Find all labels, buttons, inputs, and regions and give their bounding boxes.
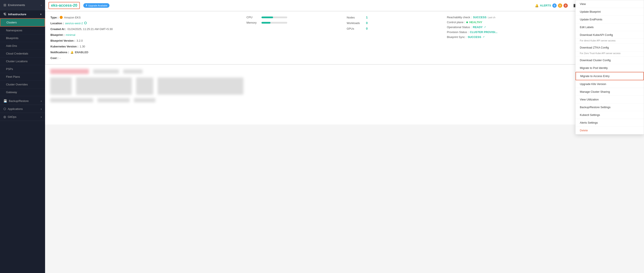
menu-item-migrate-access[interactable]: Migrate to Access Entry (576, 72, 644, 80)
memory-bar-fill (262, 22, 270, 24)
menu-item-view-utilization[interactable]: View Utilization (576, 96, 644, 104)
menu-item-delete[interactable]: Delete (576, 127, 644, 134)
infrastructure-label: Infrastructure (8, 13, 26, 16)
type-value: Amazon EKS (64, 16, 80, 19)
bp-sync-label: Blueprint Sync : (447, 36, 466, 39)
menu-item-kubectl-settings[interactable]: Kubectl Settings (576, 111, 644, 119)
created-row: Created At : 01/24/2025, 11:25:21 AM GMT… (50, 27, 242, 31)
sidebar-item-addons[interactable]: Add-Ons (0, 42, 45, 50)
context-menu: View Update Blueprint Update EndPoints E… (575, 0, 644, 134)
menu-item-download-kubeapi-sub: For direct Kube API server access (576, 39, 644, 44)
sidebar-section-backup[interactable]: Backup/Restore › (0, 97, 45, 105)
location-label: Location : (50, 22, 64, 25)
backup-chevron: › (41, 99, 42, 102)
sidebar-item-environments[interactable]: Environments › (0, 0, 45, 10)
sidebar-item-cluster-overrides[interactable]: Cluster Overrides (0, 81, 45, 88)
cost-value: - (60, 56, 60, 60)
notifications-row: Notifications : ENABLED (50, 50, 242, 54)
k8s-version-label: Kubernetes Version : (50, 45, 78, 48)
type-row: Type : Amazon EKS (50, 15, 242, 20)
location-row: Location : aws/us-west-2 (50, 21, 242, 26)
menu-item-view[interactable]: View (576, 0, 644, 8)
control-plane-label: Control plane : (447, 20, 465, 24)
apps-icon (4, 107, 6, 110)
bp-sync-ext-icon: ↗ (482, 36, 484, 38)
menu-item-edit-labels[interactable]: Edit Labels (576, 24, 644, 31)
sidebar-item-clusters[interactable]: Clusters (0, 18, 45, 26)
menu-item-download-ztka[interactable]: Download ZTKA Config (576, 44, 644, 52)
nodes-value: 1 (366, 16, 368, 19)
k8s-version-row: Kubernetes Version : 1.30 (50, 44, 242, 49)
operational-ext-icon: ↗ (484, 26, 486, 28)
upgrade-icon: ⬆ (86, 4, 87, 7)
grid-icon (4, 3, 6, 7)
cost-label: Cost : (50, 56, 58, 60)
alert-badge-orange: 0 (558, 4, 562, 8)
bp-sync-value: SUCCESS (468, 36, 481, 39)
cost-row: Cost : - (50, 56, 242, 60)
sidebar-item-cluster-locations[interactable]: Cluster Locations (0, 58, 45, 65)
alert-badge-blue: 0 (552, 4, 557, 8)
menu-item-upgrade-k8s[interactable]: Upgrade K8s Version (576, 80, 644, 88)
menu-item-update-endpoints[interactable]: Update EndPoints (576, 16, 644, 24)
workloads-stat: Workloads 0 (347, 21, 443, 25)
infrastructure-chevron: ▾ (40, 13, 42, 16)
blueprint-value: minimal (66, 33, 75, 36)
menu-item-update-blueprint[interactable]: Update Blueprint (576, 8, 644, 16)
upgrade-badge[interactable]: ⬆ Upgrade Available (83, 3, 110, 8)
cluster-name[interactable]: eks-access-20 (48, 2, 80, 9)
type-label: Type : (50, 16, 58, 19)
location-value: aws/us-west-2 (65, 22, 83, 25)
created-label: Created At : (50, 28, 66, 31)
gpus-label: GPUs (347, 27, 364, 30)
environments-chevron: › (41, 4, 42, 6)
alert-badge-red: 0 (564, 4, 568, 8)
gitops-icon (4, 115, 6, 118)
alerts-section[interactable]: ALERTS 0 0 0 (535, 4, 568, 8)
upgrade-label: Upgrade Available (88, 4, 107, 7)
nodes-label: Nodes (347, 16, 364, 19)
location-icon (84, 22, 87, 24)
sidebar-item-cloud-credentials[interactable]: Cloud Credentials (0, 50, 45, 58)
sidebar-item-gateway[interactable]: Gateway (0, 88, 45, 96)
applications-label: Applications (8, 107, 23, 110)
created-value: 01/24/2025, 11:25:21 AM GMT+5:30 (68, 28, 113, 31)
sidebar-item-psps[interactable]: PSPs (0, 65, 45, 73)
cpu-bar-fill (262, 16, 273, 18)
bp-version-label: Blueprint Version : (50, 39, 75, 42)
cpu-bar-bg (262, 16, 287, 18)
eks-icon (60, 16, 63, 19)
alerts-label: ALERTS (540, 4, 551, 7)
menu-item-migrate-pod[interactable]: Migrate to Pod Identity (576, 64, 644, 72)
page-content: Type : Amazon EKS Location : aws/us-west… (45, 11, 644, 273)
cluster-info-card: Type : Amazon EKS Location : aws/us-west… (45, 11, 644, 64)
backup-label: Backup/Restore (9, 99, 29, 102)
menu-item-backup-restore[interactable]: Backup/Restore Settings (576, 104, 644, 111)
blueprint-label: Blueprint : (50, 33, 64, 36)
environments-label: Environments (8, 4, 25, 7)
sidebar-section-gitops[interactable]: GitOps › (0, 113, 45, 121)
gpus-value: 0 (366, 27, 368, 30)
sidebar-section-infrastructure[interactable]: Infrastructure ▾ (0, 10, 45, 18)
backup-icon (4, 99, 7, 102)
provision-value: CLUSTER PROVISI... (470, 30, 498, 34)
sidebar-item-namespaces[interactable]: Namespaces (0, 26, 45, 34)
memory-label: Memory (246, 21, 259, 24)
sidebar-section-applications[interactable]: Applications › (0, 105, 45, 113)
menu-item-manage-sharing[interactable]: Manage Cluster Sharing (576, 88, 644, 96)
gitops-chevron: › (41, 115, 42, 118)
cluster-details-col: Type : Amazon EKS Location : aws/us-west… (50, 15, 242, 60)
bp-version-value: 3.2.0 (77, 39, 83, 42)
sidebar-item-fleet-plans[interactable]: Fleet Plans (0, 73, 45, 81)
reachability-suffix: Last ch (488, 16, 495, 19)
k8s-version-value: 1.30 (80, 45, 85, 48)
menu-item-download-cluster[interactable]: Download Cluster Config (576, 56, 644, 64)
menu-item-alerts-settings[interactable]: Alerts Settings (576, 119, 644, 127)
infra-icon (4, 12, 6, 16)
memory-metric: Memory (246, 21, 342, 24)
applications-chevron: › (41, 107, 42, 110)
notifications-label: Notifications : (50, 51, 69, 54)
workloads-value: 0 (366, 21, 368, 25)
sidebar-item-blueprints[interactable]: Blueprints (0, 34, 45, 42)
menu-item-download-kubeapi[interactable]: Download KubeAPI Config (576, 31, 644, 39)
